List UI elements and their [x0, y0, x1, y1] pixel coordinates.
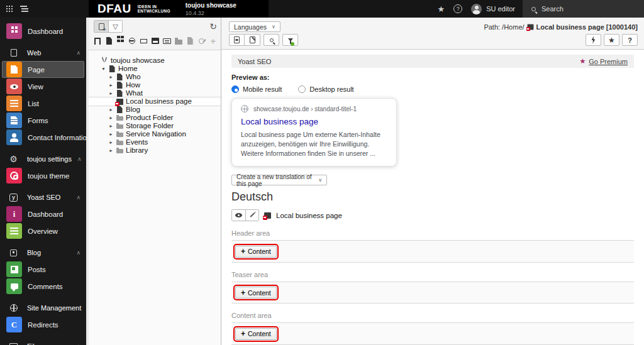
pagetype-link-icon[interactable]: [197, 36, 205, 45]
pagetype-globe-icon[interactable]: [128, 36, 136, 45]
tree-node-local-business-page[interactable]: Local business page: [89, 97, 221, 106]
expand-icon[interactable]: ▸: [108, 114, 114, 122]
new-page-button[interactable]: [94, 21, 108, 32]
expand-icon[interactable]: ▸: [108, 89, 114, 97]
tree-node-service-navigation[interactable]: ▸Service Navigation: [89, 130, 221, 138]
sidebar-item-overview[interactable]: Overview: [2, 222, 84, 239]
pagetype-page-icon[interactable]: [105, 36, 113, 45]
expand-icon[interactable]: ▸: [108, 81, 114, 89]
module-icon-tile: [6, 223, 22, 239]
view-webpage-button[interactable]: [229, 34, 245, 46]
pagetype-window-icon[interactable]: [151, 36, 158, 45]
web-icon: [11, 49, 17, 57]
bookmark-button[interactable]: ★: [604, 34, 619, 46]
tree-node-storage-folder[interactable]: ▸Storage Folder: [89, 122, 221, 130]
sidebar-item-forms[interactable]: Forms: [2, 112, 84, 129]
collapse-icon[interactable]: ▾: [100, 65, 107, 73]
chevron-down-icon: ∨: [318, 177, 322, 183]
filter-button[interactable]: ▽: [108, 21, 122, 32]
search-button[interactable]: [264, 34, 279, 46]
pagetype-grid-icon[interactable]: [117, 36, 125, 45]
sidebar-section-file[interactable]: File∧: [6, 341, 80, 345]
sidebar-section-toujou-settings[interactable]: ⚙toujou settings∧: [6, 153, 80, 165]
help-icon[interactable]: ?: [453, 4, 462, 13]
expand-icon[interactable]: ▸: [108, 146, 114, 155]
new-translation-select[interactable]: Create a new translation of this page ∨: [231, 175, 327, 185]
docheader-help-button[interactable]: ?: [622, 34, 638, 46]
navigation-toggle-icon[interactable]: [20, 6, 27, 7]
tree-node-label: Local business page: [125, 97, 192, 106]
folder-icon: [114, 115, 125, 121]
pagetype-spacer-icon[interactable]: [140, 36, 147, 45]
bookmarks-icon[interactable]: ★: [437, 4, 445, 14]
edit-button[interactable]: [245, 210, 258, 221]
sidebar-section-site-management[interactable]: Site Management∧: [6, 302, 80, 314]
user-menu[interactable]: SU editor: [471, 4, 515, 14]
sidebar-section-blog[interactable]: Blog∧: [6, 247, 80, 258]
expand-icon[interactable]: ▸: [108, 130, 114, 138]
tree-node-library[interactable]: ▸Library: [89, 146, 221, 155]
folder-icon: [114, 123, 125, 129]
tree-node-how[interactable]: ▸How: [89, 81, 221, 89]
add-content-button[interactable]: +Content: [235, 287, 277, 298]
forms-icon: [11, 116, 18, 124]
edit-page-properties-button[interactable]: [245, 34, 260, 46]
tree-node-product-folder[interactable]: ▸Product Folder: [89, 114, 221, 122]
sidebar-item-redirects[interactable]: CRedirects: [2, 316, 84, 333]
tree-node-events[interactable]: ▸Events: [89, 138, 221, 146]
tree-node-home[interactable]: ▾Home: [89, 65, 221, 73]
sidebar-item-page[interactable]: Page: [2, 61, 84, 78]
module-menu-toggle-icon[interactable]: [6, 6, 8, 7]
add-content-button[interactable]: +Content: [235, 328, 277, 340]
chevron-down-icon: ∨: [272, 24, 275, 30]
sidebar-item-view[interactable]: View: [2, 78, 84, 95]
expand-icon[interactable]: ▸: [108, 138, 114, 146]
tree-node-what[interactable]: ▸What: [89, 89, 221, 97]
tree-node-who[interactable]: ▸Who: [89, 73, 221, 81]
expand-icon[interactable]: ▸: [108, 73, 114, 81]
sidebar-item-toujou-theme[interactable]: toujou theme: [2, 167, 84, 184]
sidebar-section-web[interactable]: Web∧: [6, 47, 80, 58]
area-teaser-area: Teaser area+Content: [231, 271, 634, 304]
preview-title-link[interactable]: Local business page: [241, 117, 387, 126]
refresh-icon[interactable]: ↻: [209, 21, 217, 31]
sidebar-item-dashboard[interactable]: iDashboard: [2, 205, 84, 222]
global-search[interactable]: Search: [523, 0, 644, 18]
sidebar-item-contact-information[interactable]: Contact Information: [2, 129, 84, 146]
sidebar-item-posts[interactable]: Posts: [2, 261, 84, 278]
pagetype-folder-icon[interactable]: [175, 36, 182, 45]
pagetype-divider-icon[interactable]: ÷: [209, 36, 217, 45]
clear-cache-button[interactable]: [282, 34, 298, 46]
tree-node-toujou-showcase[interactable]: toujou showcase: [89, 57, 221, 65]
pagetype-card-icon[interactable]: [163, 36, 171, 45]
folder-glyph: [175, 40, 182, 45]
expand-icon[interactable]: ▸: [108, 122, 114, 130]
pagetype-gate-icon[interactable]: [94, 36, 101, 45]
go-premium-link[interactable]: ★ Go Premium: [579, 57, 628, 65]
view-button[interactable]: [232, 210, 245, 221]
expand-icon[interactable]: ▸: [108, 106, 114, 114]
area-dropzone: +Content: [231, 322, 634, 345]
sidebar-item-list[interactable]: List: [2, 95, 84, 112]
sidebar-item-dashboard[interactable]: Dashboard: [2, 23, 84, 40]
area-dropzone: +Content: [231, 240, 634, 263]
radio-selected-icon[interactable]: [231, 85, 239, 93]
flush-cache-button[interactable]: [586, 34, 601, 46]
page-glyph: [106, 37, 112, 45]
pagetype-pagefwd-icon[interactable]: [186, 36, 194, 45]
languages-select[interactable]: Languages ∨: [229, 21, 280, 32]
preview-description: Local business page Um externe Karten-In…: [241, 130, 387, 158]
brand-area[interactable]: DFAU IDEEN IN ENTWICKLUNG toujou showcas…: [89, 0, 269, 18]
radio-mobile-result[interactable]: Mobile result: [231, 85, 282, 93]
sidebar-item-comments[interactable]: Comments: [2, 278, 84, 295]
lightning-icon: [591, 36, 596, 44]
add-content-button[interactable]: +Content: [235, 246, 277, 258]
page-hidden-icon: [114, 99, 125, 105]
sidebar-section-yoast-seo[interactable]: yYoast SEO∧: [6, 192, 80, 203]
view-icon: [10, 84, 18, 89]
avatar: [471, 4, 482, 14]
radio-desktop-result[interactable]: Desktop result: [298, 85, 353, 93]
tree-node-blog[interactable]: ▸Blog: [89, 106, 221, 114]
radio-unselected-icon[interactable]: [298, 85, 306, 93]
page-icon: [107, 65, 117, 72]
